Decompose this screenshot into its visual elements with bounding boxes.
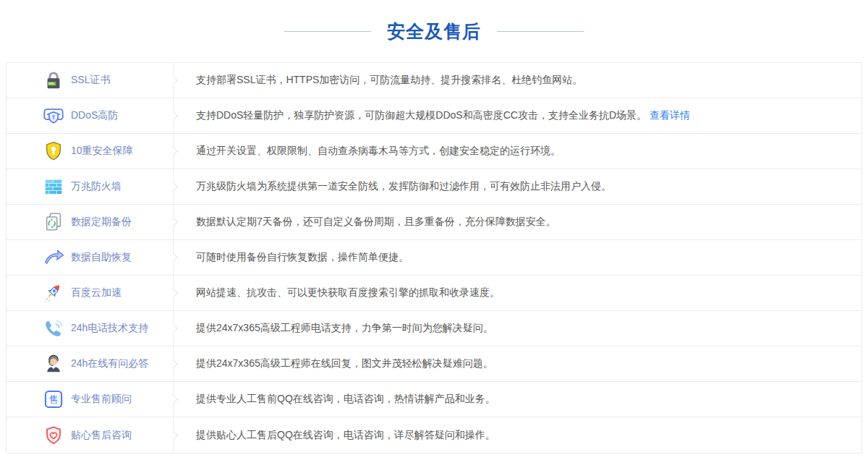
feature-desc-cell: 提供24x7x365高级工程师在线回复，图文并茂轻松解决疑难问题。 — [173, 346, 861, 381]
feature-desc-cell: 支持部署SSL证书，HTTPS加密访问，可防流量劫持、提升搜索排名、杜绝钓鱼网站… — [173, 63, 861, 98]
feature-description: 提供专业人工售前QQ在线咨询，电话咨询，热情讲解产品和业务。 — [196, 393, 495, 406]
firewall-icon — [43, 176, 64, 197]
feature-row: 百度云加速 网站提速、抗攻击、可以更快获取百度搜索引擎的抓取和收录速度。 — [7, 276, 861, 311]
feature-desc-cell: 提供24x7x365高级工程师电话支持，力争第一时间为您解决疑问。 — [173, 311, 861, 346]
rocket-icon — [43, 282, 64, 304]
feature-label: 贴心售后咨询 — [71, 429, 132, 442]
feature-desc-cell: 网站提速、抗攻击、可以更快获取百度搜索引擎的抓取和收录速度。 — [173, 276, 861, 310]
feature-header-cell: SSL SSL证书 — [7, 63, 173, 98]
section-title: 安全及售后 — [387, 20, 481, 43]
feature-desc-cell: 支持DDoS轻量防护，独享防护资源，可防御超大规模DDoS和高密度CC攻击，支持… — [173, 98, 861, 133]
feature-row: 24h电话技术支持 提供24x7x365高级工程师电话支持，力争第一时间为您解决… — [7, 311, 861, 346]
feature-row: 售 专业售前顾问 提供专业人工售前QQ在线咨询，电话咨询，热情讲解产品和业务。 — [7, 382, 861, 417]
feature-description: 可随时使用备份自行恢复数据，操作简单便捷。 — [196, 251, 409, 264]
feature-description: 数据默认定期7天备份，还可自定义备份周期，且多重备份，充分保障数据安全。 — [196, 216, 556, 229]
feature-label: SSL证书 — [71, 74, 110, 87]
feature-label: 24h电话技术支持 — [71, 322, 148, 335]
feature-desc-cell: 通过开关设置、权限限制、自动查杀病毒木马等方式，创建安全稳定的运行环境。 — [173, 134, 861, 169]
feature-label: 24h在线有问必答 — [71, 357, 148, 370]
feature-row: DDoS高防 支持DDoS轻量防护，独享防护资源，可防御超大规模DDoS和高密度… — [7, 98, 861, 134]
feature-row: 24h在线有问必答 提供24x7x365高级工程师在线回复，图文并茂轻松解决疑难… — [7, 346, 861, 382]
title-line-right — [497, 31, 584, 32]
feature-label: 万兆防火墙 — [71, 180, 122, 193]
title-line-left — [284, 31, 371, 32]
data-backup-icon — [43, 211, 64, 233]
feature-desc-cell: 提供专业人工售前QQ在线咨询，电话咨询，热情讲解产品和业务。 — [173, 382, 861, 417]
feature-row: 10重安全保障 通过开关设置、权限限制、自动查杀病毒木马等方式，创建安全稳定的运… — [7, 134, 861, 169]
feature-header-cell: DDoS高防 — [7, 98, 173, 133]
feature-header-cell: 万兆防火墙 — [7, 169, 173, 204]
feature-header-cell: 24h电话技术支持 — [7, 311, 173, 346]
feature-row: 数据自助恢复 可随时使用备份自行恢复数据，操作简单便捷。 — [7, 240, 861, 276]
presale-badge-icon: 售 — [43, 388, 64, 410]
feature-description: 提供24x7x365高级工程师电话支持，力争第一时间为您解决疑问。 — [196, 322, 493, 335]
feature-description: 万兆级防火墙为系统提供第一道安全防线，发挥防御和过滤作用，可有效防止非法用户入侵… — [196, 180, 611, 193]
feature-label: 10重安全保障 — [71, 145, 133, 158]
feature-label: 专业售前顾问 — [71, 393, 132, 406]
svg-text:售: 售 — [48, 394, 58, 405]
feature-desc-cell: 提供贴心人工售后QQ在线咨询，电话咨询，详尽解答疑问和操作。 — [173, 417, 861, 453]
data-restore-icon — [43, 247, 64, 268]
feature-desc-cell: 万兆级防火墙为系统提供第一道安全防线，发挥防御和过滤作用，可有效防止非法用户入侵… — [173, 169, 861, 204]
feature-row: 数据定期备份 数据默认定期7天备份，还可自定义备份周期，且多重备份，充分保障数据… — [7, 205, 861, 240]
svg-text:SSL: SSL — [48, 82, 55, 85]
feature-header-cell: 百度云加速 — [7, 276, 173, 310]
feature-description: 网站提速、抗攻击、可以更快获取百度搜索引擎的抓取和收录速度。 — [196, 286, 500, 299]
feature-header-cell: 数据自助恢复 — [7, 240, 173, 275]
security-shield-icon — [43, 140, 64, 162]
feature-label: 百度云加速 — [71, 286, 122, 299]
phone-support-icon — [43, 318, 64, 339]
ddos-shield-icon — [43, 105, 64, 127]
feature-header-cell: 数据定期备份 — [7, 205, 173, 239]
feature-header-cell: 10重安全保障 — [7, 134, 173, 169]
feature-label: 数据自助恢复 — [71, 251, 132, 264]
ssl-lock-icon: SSL — [43, 69, 64, 91]
feature-header-cell: 贴心售后咨询 — [7, 417, 173, 453]
feature-row: 贴心售后咨询 提供贴心人工售后QQ在线咨询，电话咨询，详尽解答疑问和操作。 — [7, 417, 861, 453]
feature-desc-cell: 可随时使用备份自行恢复数据，操作简单便捷。 — [173, 240, 861, 275]
feature-label: DDoS高防 — [71, 109, 118, 122]
feature-table: SSL SSL证书 支持部署SSL证书，HTTPS加密访问，可防流量劫持、提升搜… — [6, 62, 862, 453]
feature-header-cell: 24h在线有问必答 — [7, 346, 173, 381]
section-header: 安全及售后 — [0, 0, 868, 62]
feature-header-cell: 售 专业售前顾问 — [7, 382, 173, 417]
feature-row: 万兆防火墙 万兆级防火墙为系统提供第一道安全防线，发挥防御和过滤作用，可有效防止… — [7, 169, 861, 205]
feature-description: 支持DDoS轻量防护，独享防护资源，可防御超大规模DDoS和高密度CC攻击，支持… — [196, 109, 647, 122]
aftersale-heart-icon — [43, 425, 64, 446]
agent-headset-icon — [43, 353, 64, 375]
view-details-link[interactable]: 查看详情 — [650, 109, 690, 122]
feature-description: 通过开关设置、权限限制、自动查杀病毒木马等方式，创建安全稳定的运行环境。 — [196, 145, 561, 158]
feature-desc-cell: 数据默认定期7天备份，还可自定义备份周期，且多重备份，充分保障数据安全。 — [173, 205, 861, 239]
feature-description: 提供24x7x365高级工程师在线回复，图文并茂轻松解决疑难问题。 — [196, 357, 493, 370]
feature-row: SSL SSL证书 支持部署SSL证书，HTTPS加密访问，可防流量劫持、提升搜… — [7, 63, 861, 98]
feature-description: 提供贴心人工售后QQ在线咨询，电话咨询，详尽解答疑问和操作。 — [196, 429, 495, 442]
feature-description: 支持部署SSL证书，HTTPS加密访问，可防流量劫持、提升搜索排名、杜绝钓鱼网站… — [196, 74, 582, 87]
feature-label: 数据定期备份 — [71, 216, 132, 229]
